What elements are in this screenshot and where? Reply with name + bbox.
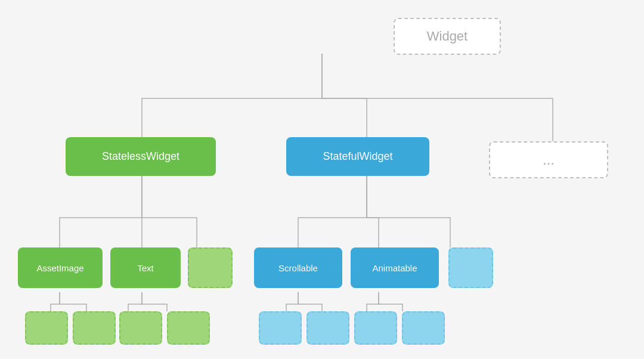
- green-leaf-1: [25, 311, 68, 345]
- stateless-widget-node: StatelessWidget: [66, 137, 216, 176]
- green-light-node: [188, 247, 233, 288]
- green-leaf-4: [167, 311, 210, 345]
- stateful-widget-node: StatefulWidget: [286, 137, 429, 176]
- blue-light-node: [448, 247, 493, 288]
- diagram: Widget StatelessWidget StatefulWidget ..…: [0, 0, 644, 359]
- scrollable-node: Scrollable: [254, 247, 342, 288]
- ellipsis-node: ...: [489, 141, 608, 178]
- connector-lines: [0, 0, 644, 359]
- blue-leaf-2: [306, 311, 349, 345]
- blue-leaf-4: [402, 311, 445, 345]
- widget-node: Widget: [394, 18, 501, 55]
- blue-leaf-1: [259, 311, 302, 345]
- blue-leaf-3: [354, 311, 397, 345]
- green-leaf-2: [73, 311, 116, 345]
- assetimage-node: AssetImage: [18, 247, 103, 288]
- animatable-node: Animatable: [351, 247, 439, 288]
- text-node: Text: [110, 247, 181, 288]
- green-leaf-3: [119, 311, 162, 345]
